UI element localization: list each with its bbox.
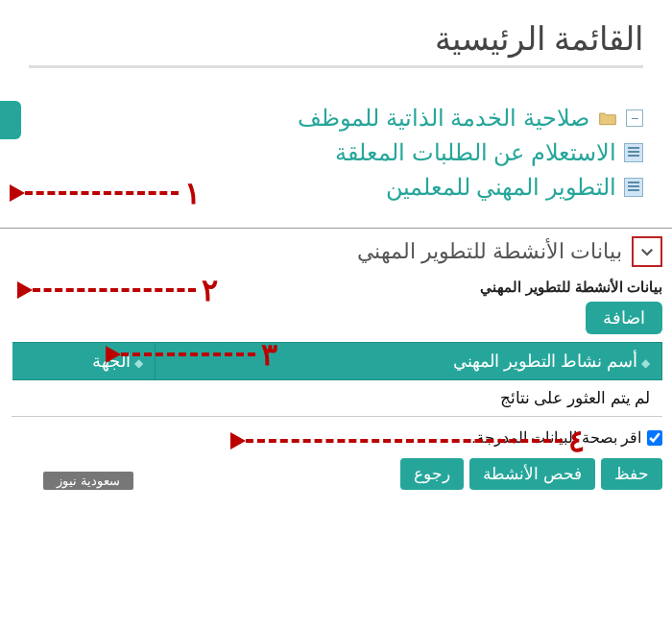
- confirm-label: اقر بصحة البيانات المدرجة.: [471, 428, 641, 447]
- document-icon: [624, 178, 643, 197]
- nav-item-prof-dev[interactable]: التطوير المهني للمعلمين: [10, 174, 643, 201]
- confirm-checkbox[interactable]: [647, 430, 662, 446]
- back-button[interactable]: رجوع: [400, 458, 464, 490]
- add-button[interactable]: اضافة: [586, 302, 662, 334]
- collapse-icon[interactable]: −: [626, 109, 643, 127]
- expand-toggle[interactable]: [632, 236, 662, 267]
- save-button[interactable]: حفظ: [601, 458, 662, 490]
- nav-link-label[interactable]: صلاحية الخدمة الذاتية للموظف: [298, 105, 589, 132]
- table-row: لم يتم العثور على نتائج: [12, 380, 662, 417]
- folder-icon: [597, 108, 618, 129]
- page-title: القائمة الرئيسية: [29, 19, 643, 68]
- subsection-label: بيانات الأنشطة للتطوير المهني: [10, 279, 662, 296]
- confirm-row: اقر بصحة البيانات المدرجة.: [0, 421, 672, 454]
- document-icon: [624, 143, 643, 162]
- col-entity[interactable]: ◆الجهة: [12, 343, 156, 380]
- watermark: سعودية نيوز: [43, 472, 133, 490]
- nav-tree: − صلاحية الخدمة الذاتية للموظف الاستعلام…: [0, 87, 672, 218]
- check-button[interactable]: فحص الأنشطة: [469, 458, 595, 490]
- col-activity-name[interactable]: ◆أسم نشاط التطوير المهني: [156, 343, 662, 380]
- section-header: بيانات الأنشطة للتطوير المهني: [0, 228, 672, 275]
- activities-table: ◆أسم نشاط التطوير المهني ◆الجهة لم يتم ا…: [10, 342, 662, 417]
- sort-icon: ◆: [641, 356, 650, 370]
- side-tab[interactable]: [0, 101, 21, 139]
- chevron-down-icon: [638, 243, 656, 260]
- nav-item-pending[interactable]: الاستعلام عن الطلبات المعلقة: [10, 139, 643, 166]
- section-title: بيانات الأنشطة للتطوير المهني: [357, 239, 622, 264]
- nav-link-label[interactable]: الاستعلام عن الطلبات المعلقة: [335, 139, 616, 166]
- nav-item-self-service[interactable]: − صلاحية الخدمة الذاتية للموظف: [10, 105, 643, 132]
- sort-icon: ◆: [134, 356, 143, 370]
- no-results-cell: لم يتم العثور على نتائج: [12, 380, 662, 417]
- nav-link-label[interactable]: التطوير المهني للمعلمين: [386, 174, 616, 201]
